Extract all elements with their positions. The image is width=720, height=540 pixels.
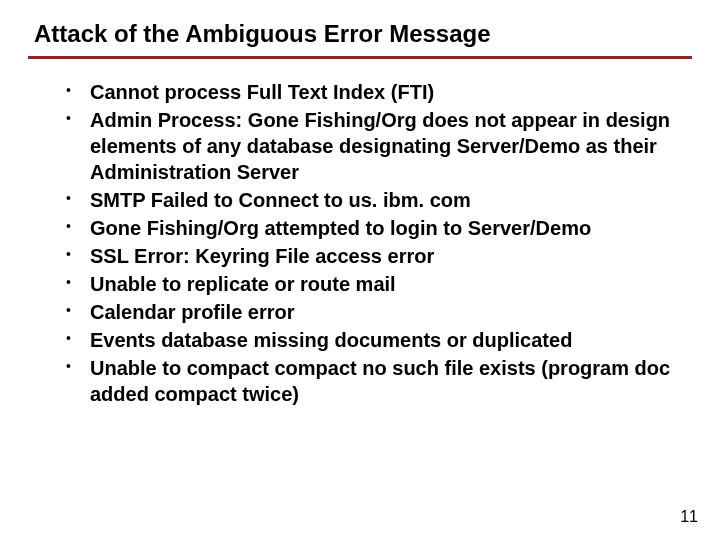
list-item: Events database missing documents or dup…	[66, 327, 682, 353]
title-divider	[28, 56, 692, 59]
page-number: 11	[680, 508, 698, 526]
slide-title: Attack of the Ambiguous Error Message	[28, 20, 692, 48]
list-item: Cannot process Full Text Index (FTI)	[66, 79, 682, 105]
list-item: Unable to replicate or route mail	[66, 271, 682, 297]
list-item: SMTP Failed to Connect to us. ibm. com	[66, 187, 682, 213]
list-item: SSL Error: Keyring File access error	[66, 243, 682, 269]
list-item: Admin Process: Gone Fishing/Org does not…	[66, 107, 682, 185]
list-item: Gone Fishing/Org attempted to login to S…	[66, 215, 682, 241]
slide-content: Cannot process Full Text Index (FTI) Adm…	[28, 79, 692, 407]
list-item: Calendar profile error	[66, 299, 682, 325]
bullet-list: Cannot process Full Text Index (FTI) Adm…	[66, 79, 682, 407]
slide: Attack of the Ambiguous Error Message Ca…	[0, 0, 720, 407]
list-item: Unable to compact compact no such file e…	[66, 355, 682, 407]
